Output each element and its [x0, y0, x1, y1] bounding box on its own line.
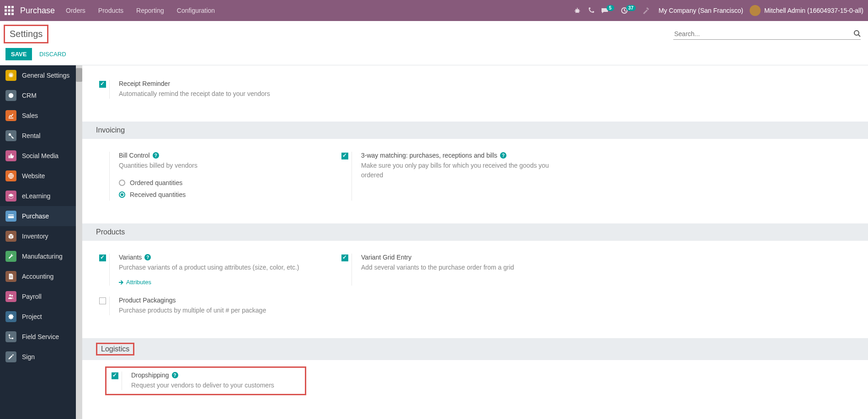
settings-sidebar: General SettingsCRMSalesRentalSocial Med…	[0, 65, 82, 419]
svg-rect-16	[8, 215, 14, 216]
sidebar-item-elearning[interactable]: eLearning	[0, 186, 82, 206]
search-box[interactable]	[673, 28, 861, 40]
svg-point-17	[9, 294, 11, 296]
help-icon[interactable]: ?	[144, 254, 151, 260]
sidebar-item-project[interactable]: Project	[0, 307, 82, 327]
radio-ordered-qty[interactable]: Ordered quantities	[119, 177, 320, 189]
setting-3way-matching: 3-way matching: purchases, receptions an…	[338, 148, 562, 208]
messages-icon[interactable]: 5	[601, 7, 614, 14]
help-icon[interactable]: ?	[500, 152, 506, 159]
sidebar-item-general-settings[interactable]: General Settings	[0, 65, 82, 85]
svg-rect-15	[8, 215, 14, 218]
save-button[interactable]: SAVE	[5, 48, 32, 60]
dropshipping-desc: Request your vendors to deliver to your …	[131, 381, 303, 390]
debug-icon[interactable]	[574, 7, 581, 14]
menu-orders[interactable]: Orders	[66, 7, 85, 14]
user-menu[interactable]: Mitchell Admin (16604937-15-0-all)	[750, 5, 863, 16]
wrench-icon	[5, 251, 16, 262]
sidebar-item-sales[interactable]: Sales	[0, 106, 82, 126]
key-icon	[5, 130, 16, 141]
search-icon[interactable]	[853, 30, 861, 38]
tools-icon[interactable]	[642, 7, 650, 14]
svg-rect-6	[5, 13, 7, 15]
receipt-reminder-title: Receipt Reminder	[119, 80, 170, 87]
sidebar-item-website[interactable]: Website	[0, 166, 82, 186]
packagings-checkbox[interactable]	[99, 297, 106, 304]
sidebar-item-label: Inventory	[22, 233, 48, 240]
app-title[interactable]: Purchase	[20, 6, 55, 16]
bill-control-title: Bill Control	[119, 152, 150, 159]
sidebar-item-social-media[interactable]: Social Media	[0, 146, 82, 166]
sidebar-item-field-service[interactable]: Field Service	[0, 327, 82, 347]
activities-badge: 37	[626, 5, 636, 11]
section-header-logistics: Logistics	[82, 338, 868, 360]
3way-matching-checkbox[interactable]	[341, 153, 348, 159]
menu-reporting[interactable]: Reporting	[136, 7, 164, 14]
menu-configuration[interactable]: Configuration	[177, 7, 215, 14]
svg-point-19	[9, 334, 11, 336]
sidebar-item-label: CRM	[22, 92, 37, 99]
setting-packagings: Product Packagings Purchase products by …	[96, 293, 320, 323]
svg-rect-1	[8, 6, 11, 8]
packagings-title: Product Packagings	[119, 297, 176, 304]
sidebar-item-purchase[interactable]: Purchase	[0, 206, 82, 226]
apps-icon[interactable]	[5, 6, 14, 15]
svg-point-12	[9, 93, 14, 98]
menu-products[interactable]: Products	[98, 7, 123, 14]
discard-button[interactable]: DISCARD	[34, 48, 72, 60]
sidebar-item-rental[interactable]: Rental	[0, 126, 82, 146]
sidebar-item-label: Rental	[22, 132, 40, 139]
svg-rect-0	[5, 6, 7, 8]
messages-badge: 5	[607, 5, 614, 11]
radio-received-qty[interactable]: Received quantities	[119, 189, 320, 201]
settings-content: →Agreement Types Receipt Reminder Automa…	[82, 65, 868, 419]
svg-point-18	[11, 295, 13, 297]
sidebar-item-manufacturing[interactable]: Manufacturing	[0, 246, 82, 266]
sidebar-item-crm[interactable]: CRM	[0, 85, 82, 106]
sidebar-item-label: Sales	[22, 112, 38, 119]
sidebar-item-label: Project	[22, 313, 42, 320]
variants-checkbox[interactable]	[99, 255, 106, 261]
user-label: Mitchell Admin (16604937-15-0-all)	[764, 7, 863, 14]
doc-icon	[5, 271, 16, 282]
sidebar-item-accounting[interactable]: Accounting	[0, 266, 82, 286]
sidebar-item-label: Sign	[22, 353, 35, 361]
help-icon[interactable]: ?	[172, 372, 178, 378]
svg-rect-8	[11, 13, 14, 15]
activities-icon[interactable]: 37	[621, 7, 636, 14]
sidebar-item-sign[interactable]: Sign	[0, 347, 82, 367]
card-icon	[5, 211, 16, 222]
control-panel: Settings SAVE DISCARD	[0, 21, 868, 65]
sidebar-item-inventory[interactable]: Inventory	[0, 226, 82, 246]
variant-grid-checkbox[interactable]	[341, 255, 348, 261]
page-title-highlight: Settings	[4, 25, 48, 43]
dropshipping-checkbox[interactable]	[112, 372, 118, 379]
globe-icon	[5, 170, 16, 181]
receipt-reminder-checkbox[interactable]	[99, 81, 106, 88]
gear-icon	[5, 70, 16, 81]
setting-bill-control: Bill Control ? Quantities billed by vend…	[96, 148, 320, 208]
sidebar-item-label: Field Service	[22, 333, 59, 340]
avatar	[750, 5, 761, 16]
variant-grid-title: Variant Grid Entry	[361, 254, 411, 261]
svg-point-11	[854, 31, 859, 35]
section-header-products: Products	[82, 223, 868, 241]
sidebar-item-label: Accounting	[22, 273, 53, 280]
people-icon	[5, 291, 16, 302]
sidebar-item-payroll[interactable]: Payroll	[0, 286, 82, 307]
3way-matching-title: 3-way matching: purchases, receptions an…	[361, 152, 497, 159]
puzzle-icon	[5, 311, 16, 322]
thumb-icon	[5, 150, 16, 161]
svg-point-20	[12, 338, 14, 339]
company-selector[interactable]: My Company (San Francisco)	[659, 7, 743, 14]
attributes-link[interactable]: Attributes	[119, 279, 320, 286]
sidebar-item-label: Social Media	[22, 152, 59, 159]
search-input[interactable]	[673, 28, 861, 39]
bill-control-desc: Quantities billed by vendors	[119, 161, 320, 170]
help-icon[interactable]: ?	[153, 152, 159, 159]
sidebar-item-label: Purchase	[22, 212, 49, 220]
setting-receipt-reminder: Receipt Reminder Automatically remind th…	[96, 76, 320, 106]
sidebar-scrollbar[interactable]	[76, 65, 82, 419]
phone-icon[interactable]	[587, 7, 595, 14]
sidebar-item-label: Manufacturing	[22, 253, 63, 260]
